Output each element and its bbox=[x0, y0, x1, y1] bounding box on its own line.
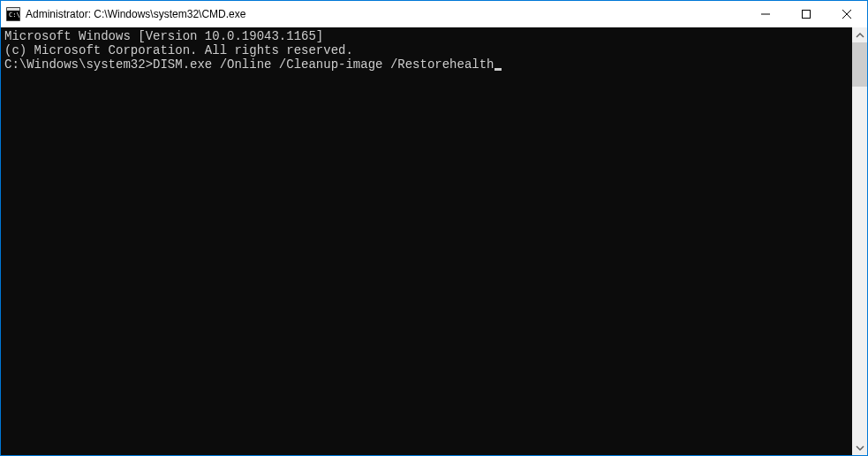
minimize-button[interactable] bbox=[745, 1, 786, 27]
cmd-icon: C:\ bbox=[6, 7, 20, 21]
svg-rect-4 bbox=[803, 11, 811, 19]
console-output[interactable]: Microsoft Windows [Version 10.0.19043.11… bbox=[1, 27, 852, 455]
chevron-down-icon bbox=[856, 444, 864, 452]
vertical-scrollbar[interactable] bbox=[852, 27, 867, 455]
scroll-up-button[interactable] bbox=[852, 27, 867, 42]
window-controls bbox=[745, 1, 867, 27]
scroll-track[interactable] bbox=[852, 42, 867, 440]
svg-rect-1 bbox=[7, 8, 19, 11]
close-button[interactable] bbox=[826, 1, 867, 27]
text-cursor bbox=[494, 68, 502, 71]
scroll-down-button[interactable] bbox=[852, 440, 867, 455]
console-area: Microsoft Windows [Version 10.0.19043.11… bbox=[1, 27, 867, 455]
maximize-icon bbox=[802, 10, 811, 19]
console-prompt: C:\Windows\system32> bbox=[4, 57, 153, 72]
close-icon bbox=[842, 10, 851, 19]
console-command: DISM.exe /Online /Cleanup-image /Restore… bbox=[153, 57, 494, 72]
console-line: (c) Microsoft Corporation. All rights re… bbox=[4, 43, 849, 57]
titlebar[interactable]: C:\ Administrator: C:\Windows\system32\C… bbox=[1, 1, 867, 27]
window-title: Administrator: C:\Windows\system32\CMD.e… bbox=[26, 8, 745, 20]
console-prompt-line: C:\Windows\system32>DISM.exe /Online /Cl… bbox=[4, 57, 849, 72]
minimize-icon bbox=[761, 10, 770, 19]
console-line: Microsoft Windows [Version 10.0.19043.11… bbox=[4, 29, 849, 43]
scroll-thumb[interactable] bbox=[852, 42, 867, 87]
svg-text:C:\: C:\ bbox=[9, 11, 20, 19]
chevron-up-icon bbox=[856, 31, 864, 40]
cmd-window: C:\ Administrator: C:\Windows\system32\C… bbox=[0, 0, 868, 456]
maximize-button[interactable] bbox=[786, 1, 826, 27]
